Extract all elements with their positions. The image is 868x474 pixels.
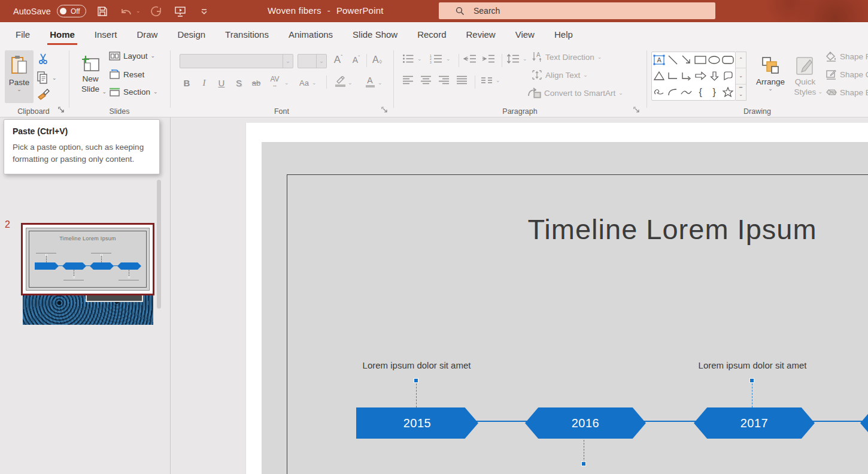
cut-button[interactable] <box>37 53 49 65</box>
reset-button[interactable]: Reset <box>109 70 144 79</box>
search-box[interactable]: Search <box>439 2 715 19</box>
paste-dropdown-chevron[interactable]: ⌄ <box>17 87 22 92</box>
callout-marker[interactable] <box>414 378 418 383</box>
numbering-button[interactable]: 123 ⌄ <box>430 54 451 64</box>
timeline-milestone-2015[interactable]: 2015 <box>356 407 478 439</box>
slide-title-text[interactable]: Timeline Lorem Ipsum <box>499 213 846 246</box>
bullets-chevron[interactable]: ⌄ <box>417 56 422 62</box>
char-spacing-chevron[interactable]: ⌄ <box>284 80 289 86</box>
arrange-button[interactable]: Arrange ⌄ <box>755 50 786 103</box>
section-button[interactable]: Section ⌄ <box>109 87 158 96</box>
decrease-indent-button[interactable] <box>463 54 477 64</box>
tab-animations[interactable]: Animations <box>280 22 341 47</box>
layout-chevron[interactable]: ⌄ <box>151 53 156 59</box>
align-right-button[interactable] <box>438 76 450 84</box>
quick-styles-button[interactable]: Quick Styles ⌄ <box>789 50 821 103</box>
change-case-button[interactable]: Aa <box>297 76 311 90</box>
align-left-button[interactable] <box>402 76 414 84</box>
tab-view[interactable]: View <box>507 22 543 47</box>
copy-button[interactable]: ⌄ <box>36 71 57 85</box>
numbering-chevron[interactable]: ⌄ <box>446 56 451 62</box>
shape-arc[interactable] <box>667 88 678 96</box>
customize-qat-button[interactable] <box>196 4 212 19</box>
font-name-chevron[interactable]: ⌄ <box>283 55 293 68</box>
gallery-scroll-up[interactable]: ⌃ <box>736 52 746 68</box>
shape-freeform[interactable] <box>723 71 733 80</box>
slide-thumbnail-2-selected[interactable]: Timeline Lorem Ipsum <box>21 223 154 295</box>
gallery-scroll-down[interactable]: ⌄ <box>736 68 746 84</box>
justify-button[interactable] <box>456 76 468 84</box>
shrink-font-button[interactable]: Aˇ <box>349 53 363 67</box>
thumbnail-panel-scrollbar[interactable] <box>157 180 161 309</box>
increase-indent-button[interactable] <box>482 54 495 64</box>
layout-button[interactable]: Layout ⌄ <box>109 52 155 61</box>
underline-button[interactable]: U <box>214 76 229 90</box>
change-case-chevron[interactable]: ⌄ <box>312 80 317 86</box>
callout-marker[interactable] <box>581 461 586 466</box>
shape-elbow-connector[interactable] <box>667 71 678 80</box>
new-slide-button[interactable]: New Slide ⌄ <box>75 50 105 103</box>
highlight-color-button[interactable] <box>333 74 347 89</box>
font-name-combobox[interactable]: ⌄ <box>180 54 293 68</box>
shape-right-brace[interactable]: } <box>713 87 716 97</box>
section-chevron[interactable]: ⌄ <box>153 89 158 95</box>
gallery-more-button[interactable]: ▔⌄ <box>736 84 746 100</box>
columns-button[interactable]: ⌄ <box>481 77 500 84</box>
shape-arrow[interactable] <box>681 55 692 65</box>
shape-elbow-arrow-connector[interactable] <box>681 71 692 80</box>
font-dialog-launcher[interactable] <box>381 107 390 116</box>
columns-chevron[interactable]: ⌄ <box>496 78 500 83</box>
line-spacing-button[interactable]: ⌄ <box>506 54 527 64</box>
shape-text-box[interactable]: A <box>653 55 665 65</box>
grow-font-button[interactable]: Aˆ <box>331 53 345 67</box>
tab-review[interactable]: Review <box>458 22 504 47</box>
callout-marker[interactable] <box>749 378 754 383</box>
shape-rounded-rectangle[interactable] <box>722 56 734 64</box>
shape-right-arrow[interactable] <box>695 71 706 80</box>
shape-left-brace[interactable]: { <box>699 87 702 97</box>
tab-transitions[interactable]: Transitions <box>217 22 277 47</box>
font-color-chevron[interactable]: ⌄ <box>378 80 383 86</box>
bold-button[interactable]: B <box>180 76 194 90</box>
shape-oval[interactable] <box>708 56 720 64</box>
align-text-chevron[interactable]: ⌄ <box>583 73 588 78</box>
copy-dropdown-chevron[interactable]: ⌄ <box>52 76 57 81</box>
character-spacing-button[interactable]: AV ↔ <box>268 74 282 89</box>
shape-curve[interactable] <box>681 89 692 96</box>
shape-star[interactable] <box>723 87 733 97</box>
tab-record[interactable]: Record <box>409 22 454 47</box>
callout-label-2015[interactable]: Lorem ipsum dolor sit amet <box>350 360 483 370</box>
tab-design[interactable]: Design <box>169 22 214 47</box>
format-painter-button[interactable] <box>37 89 50 101</box>
font-color-button[interactable]: A <box>363 74 377 89</box>
tab-help[interactable]: Help <box>546 22 581 47</box>
shape-down-arrow[interactable] <box>710 71 719 81</box>
align-center-button[interactable] <box>420 76 432 84</box>
timeline-milestone-2017[interactable]: 2017 <box>694 407 815 439</box>
tab-home[interactable]: Home <box>41 22 83 47</box>
text-direction-button[interactable]: A Text Direction ⌄ <box>532 52 602 62</box>
quick-styles-chevron[interactable]: ⌄ <box>818 89 823 95</box>
align-text-button[interactable]: Align Text ⌄ <box>532 70 588 80</box>
convert-smartart-button[interactable]: Convert to SmartArt ⌄ <box>527 87 623 98</box>
callout-label-2017[interactable]: Lorem ipsum dolor sit amet <box>686 360 819 370</box>
undo-dropdown-chevron[interactable]: ⌄ <box>136 8 141 14</box>
shape-effects-button[interactable]: Shape Effects <box>826 87 868 97</box>
panel-divider[interactable] <box>170 117 171 474</box>
autosave-toggle[interactable]: Off <box>57 5 86 17</box>
start-slideshow-button[interactable] <box>172 4 188 19</box>
tab-file[interactable]: File <box>7 22 38 47</box>
paragraph-dialog-launcher[interactable] <box>633 107 642 116</box>
clear-formatting-button[interactable]: A◊ <box>370 53 384 67</box>
slide-surface[interactable]: Timeline Lorem Ipsum 2015 2016 2017 Lore… <box>262 142 868 474</box>
new-slide-chevron[interactable]: ⌄ <box>102 89 107 95</box>
tab-insert[interactable]: Insert <box>86 22 126 47</box>
tab-slide-show[interactable]: Slide Show <box>344 22 406 47</box>
shape-fill-button[interactable]: Shape Fill <box>826 52 868 62</box>
timeline-milestone-2016[interactable]: 2016 <box>525 407 646 439</box>
shape-outline-button[interactable]: Shape Outline <box>826 70 868 80</box>
undo-button[interactable] <box>119 4 134 19</box>
redo-button[interactable] <box>148 4 164 19</box>
tab-draw[interactable]: Draw <box>128 22 166 47</box>
line-spacing-chevron[interactable]: ⌄ <box>523 56 527 62</box>
